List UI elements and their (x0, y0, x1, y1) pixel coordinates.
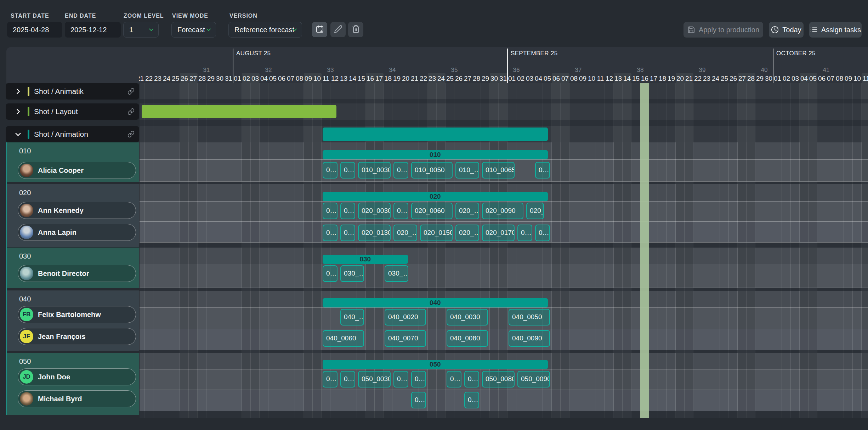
task-chip[interactable]: 030_… (340, 265, 364, 282)
task-chip[interactable]: 0… (323, 225, 337, 241)
group-row[interactable]: Shot / Animation (6, 126, 139, 142)
task-chip[interactable]: 020_… (455, 203, 479, 219)
weekend-column (552, 99, 569, 103)
task-chip[interactable]: 040_0020 (385, 309, 426, 326)
task-chip[interactable]: 040_0070 (385, 330, 426, 347)
weekend-column (614, 369, 631, 390)
weekend-column (738, 201, 755, 221)
day-number: 04 (534, 75, 543, 83)
task-chip[interactable]: 0… (393, 371, 408, 387)
weekend-column (738, 83, 755, 99)
day-number: 19 (392, 75, 401, 83)
task-chip[interactable]: 020_… (393, 225, 417, 241)
person-row[interactable]: Benoit Director (18, 265, 136, 282)
task-chip[interactable]: 020_0170 (482, 225, 515, 241)
group-row[interactable]: Shot / Animatik (6, 83, 139, 100)
weekend-column (242, 142, 260, 159)
task-chip[interactable]: 020_0060 (411, 203, 453, 219)
task-chip[interactable]: 010_0050 (411, 162, 453, 179)
task-chip[interactable]: 020_0030 (358, 203, 391, 219)
task-chip[interactable]: 020_0150 (420, 225, 453, 241)
day-number: 15 (357, 75, 366, 83)
task-chip[interactable]: 050_0080 (482, 371, 515, 387)
group-row[interactable]: Shot / Layout (6, 103, 139, 120)
weekend-column (366, 242, 384, 248)
task-chip[interactable]: 0… (340, 225, 355, 241)
day-number: 22 (144, 75, 153, 83)
task-chip[interactable]: 0… (340, 162, 355, 179)
shot-summary-bar[interactable]: 020 (323, 192, 548, 201)
person-row[interactable]: JFJean François (18, 328, 136, 345)
shot-summary-bar[interactable]: 040 (323, 298, 548, 307)
weekend-column (676, 103, 693, 120)
day-number: 13 (614, 75, 623, 83)
person-row[interactable]: Alicia Cooper (18, 162, 136, 179)
task-chip[interactable]: 0… (323, 371, 337, 387)
task-chip[interactable]: 0… (340, 371, 355, 387)
chevron-right-icon[interactable] (14, 108, 22, 115)
link-icon[interactable] (127, 88, 135, 95)
task-chip[interactable]: 040_0060 (323, 330, 364, 347)
task-chip[interactable]: 010_0065 (482, 162, 515, 179)
chevron-right-icon[interactable] (14, 87, 22, 95)
person-row[interactable]: JDJohn Doe (18, 368, 136, 385)
task-chip[interactable]: 010_… (455, 162, 479, 179)
person-name: Alicia Cooper (38, 162, 84, 179)
task-chip[interactable]: 020_… (455, 225, 479, 241)
weekend-column (800, 264, 817, 288)
task-chip[interactable]: 040_… (340, 309, 364, 326)
person-row[interactable]: Michael Byrd (18, 390, 136, 407)
shot-summary-bar[interactable]: 010 (323, 150, 548, 159)
task-chip[interactable]: 0… (393, 203, 408, 219)
weekend-column (614, 142, 631, 159)
task-chip[interactable]: 0… (535, 225, 550, 241)
person-row[interactable]: FBFelix Bartolomehw (18, 306, 136, 323)
group-summary-bar[interactable] (323, 128, 548, 141)
task-chip[interactable]: 020_… (526, 203, 544, 219)
task-chip[interactable]: 0… (411, 392, 426, 408)
weekend-column (552, 248, 569, 264)
task-chip[interactable]: 020_0130 (358, 225, 391, 241)
weekend-column (242, 126, 260, 142)
task-chip[interactable]: 0… (464, 371, 479, 387)
task-chip[interactable]: 0… (535, 162, 550, 179)
task-chip[interactable]: 030_… (385, 265, 408, 282)
shot-summary-bar[interactable]: 030 (323, 255, 408, 264)
weekend-column (242, 242, 260, 248)
task-chip[interactable]: 050_0090 (517, 371, 550, 387)
weekend-column (800, 411, 817, 418)
weekend-column (800, 126, 817, 142)
link-icon[interactable] (127, 108, 135, 115)
shot-summary-bar[interactable]: 050 (323, 360, 548, 369)
day-number: 11 (322, 75, 330, 83)
day-number: 11 (862, 75, 868, 83)
person-row[interactable]: Ann Kennedy (18, 202, 136, 219)
task-chip[interactable]: 050_0030 (358, 371, 391, 387)
person-row[interactable]: Anna Lapin (18, 224, 136, 241)
weekend-column (676, 159, 693, 181)
task-chip[interactable]: 040_0050 (509, 309, 550, 326)
link-icon[interactable] (127, 131, 135, 138)
weekend-column (862, 83, 868, 99)
task-chip[interactable]: 0… (323, 265, 337, 282)
task-chip[interactable]: 0… (464, 392, 479, 408)
task-chip[interactable]: 0… (340, 203, 355, 219)
task-chip[interactable]: 010_0030 (358, 162, 391, 179)
task-chip[interactable]: 0… (323, 203, 337, 219)
weekend-column (676, 126, 693, 142)
task-chip[interactable]: 020_0090 (482, 203, 523, 219)
group-summary-bar[interactable] (142, 105, 337, 118)
task-chip[interactable]: 040_0080 (447, 330, 488, 347)
weekend-column (428, 411, 446, 418)
weekend-column (800, 390, 817, 411)
task-chip[interactable]: 040_0090 (509, 330, 550, 347)
task-chip[interactable]: 0… (447, 371, 461, 387)
task-chip[interactable]: 0… (517, 225, 532, 241)
month-separator-line (773, 49, 773, 83)
day-number: 21 (410, 75, 419, 83)
task-chip[interactable]: 040_0030 (447, 309, 488, 326)
task-chip[interactable]: 0… (393, 162, 408, 179)
chevron-down-icon[interactable] (14, 130, 22, 138)
task-chip[interactable]: 0… (411, 371, 426, 387)
task-chip[interactable]: 0… (323, 162, 337, 179)
